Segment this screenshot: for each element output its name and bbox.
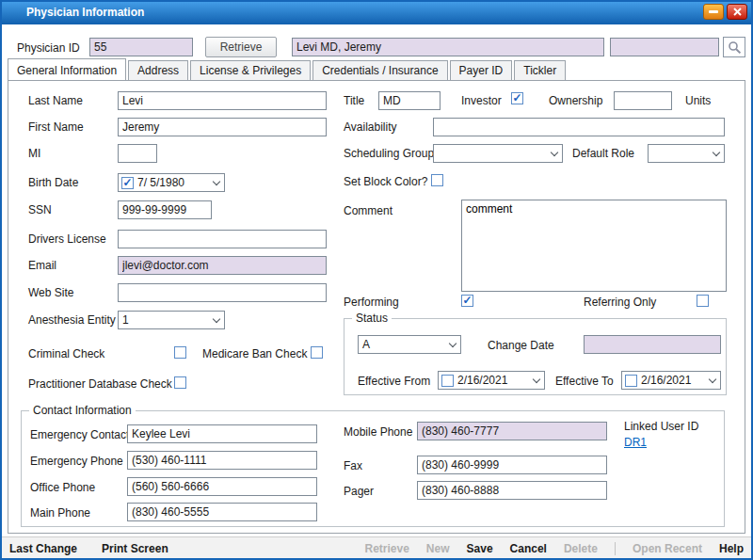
chevron-down-icon [213, 177, 220, 184]
secondary-lookup-field[interactable] [610, 38, 719, 56]
set-block-color-label: Set Block Color? [344, 175, 427, 188]
tab-payer-id[interactable]: Payer ID [450, 60, 513, 80]
title-label: Title [344, 94, 364, 107]
chevron-down-icon [713, 148, 720, 155]
email-label: Email [28, 259, 56, 272]
tab-general-information[interactable]: General Information [8, 58, 126, 80]
change-date-field[interactable] [584, 335, 721, 354]
birth-date-checkbox[interactable] [121, 177, 134, 189]
change-date-label: Change Date [488, 339, 554, 352]
anesthesia-entity-label: Anesthesia Entity [28, 313, 116, 327]
default-role-dropdown[interactable] [648, 144, 725, 163]
tab-address[interactable]: Address [128, 60, 188, 80]
open-recent-button[interactable]: Open Recent [633, 542, 702, 555]
medicare-ban-check-label: Medicare Ban Check [202, 347, 307, 360]
retrieve-footer-button[interactable]: Retrieve [364, 542, 409, 555]
save-button[interactable]: Save [467, 542, 493, 555]
ssn-input[interactable] [118, 200, 212, 219]
office-phone-label: Office Phone [30, 481, 95, 494]
emergency-contact-label: Emergency Contact [30, 428, 129, 441]
main-phone-label: Main Phone [30, 506, 90, 520]
performing-checkbox[interactable] [461, 295, 473, 307]
availability-input[interactable] [433, 118, 725, 136]
effective-from-checkbox[interactable] [441, 375, 454, 387]
mobile-phone-label: Mobile Phone [344, 425, 412, 439]
web-site-input[interactable] [118, 283, 327, 302]
chevron-down-icon [533, 375, 540, 382]
physician-id-input[interactable] [89, 38, 193, 56]
minimize-icon [709, 10, 718, 13]
emergency-phone-input[interactable] [127, 451, 317, 470]
status-group-label: Status [352, 312, 392, 325]
physician-information-window: Physician Information Physician ID Retri… [0, 0, 753, 560]
mi-label: MI [28, 147, 40, 160]
birth-date-value: 7/ 5/1980 [137, 176, 184, 189]
drivers-license-input[interactable] [118, 230, 327, 248]
set-block-color-checkbox[interactable] [431, 174, 443, 186]
anesthesia-entity-value: 1 [122, 313, 129, 327]
mi-input[interactable] [118, 144, 157, 163]
birth-date-picker[interactable]: 7/ 5/1980 [118, 173, 225, 192]
delete-button[interactable]: Delete [564, 542, 598, 555]
close-button[interactable] [727, 4, 747, 20]
last-name-input[interactable] [118, 91, 327, 110]
drivers-license-label: Drivers License [28, 232, 106, 246]
search-icon [728, 40, 742, 55]
ownership-input[interactable] [614, 91, 672, 110]
physician-id-label: Physician ID [17, 41, 80, 55]
first-name-input[interactable] [118, 118, 327, 136]
window-title: Physician Information [26, 6, 144, 19]
help-button[interactable]: Help [719, 542, 744, 555]
effective-from-picker[interactable]: 2/16/2021 [438, 371, 545, 390]
effective-to-picker[interactable]: 2/16/2021 [621, 371, 721, 390]
tab-credentials-insurance[interactable]: Credentials / Insurance [312, 60, 447, 80]
office-phone-input[interactable] [127, 477, 317, 496]
criminal-check-checkbox[interactable] [174, 346, 186, 359]
titlebar: Physician Information [0, 0, 753, 24]
mobile-phone-input[interactable] [417, 422, 607, 440]
scheduling-group-dropdown[interactable] [433, 144, 563, 163]
main-phone-input[interactable] [127, 503, 317, 521]
status-value: A [362, 338, 370, 351]
tab-strip: General Information Address License & Pr… [8, 60, 568, 80]
effective-to-checkbox[interactable] [625, 375, 637, 387]
effective-from-label: Effective From [358, 375, 430, 388]
contact-information-group-label: Contact Information [29, 404, 136, 417]
pager-input[interactable] [417, 481, 607, 500]
linked-user-id-link[interactable]: DR1 [624, 436, 647, 449]
fax-input[interactable] [417, 456, 607, 474]
tab-license-privileges[interactable]: License & Privileges [190, 60, 311, 80]
physician-name-field[interactable] [292, 38, 604, 56]
print-screen-button[interactable]: Print Screen [102, 542, 168, 555]
status-dropdown[interactable]: A [358, 335, 461, 354]
chevron-down-icon [709, 375, 716, 382]
new-button[interactable]: New [426, 542, 450, 555]
referring-only-label: Referring Only [584, 296, 656, 309]
footer-separator [615, 542, 616, 555]
web-site-label: Web Site [28, 286, 73, 299]
first-name-label: First Name [28, 120, 84, 134]
cancel-button[interactable]: Cancel [510, 542, 547, 555]
practitioner-database-check-checkbox[interactable] [174, 376, 186, 389]
birth-date-label: Birth Date [28, 176, 78, 189]
tab-tickler[interactable]: Tickler [514, 60, 566, 80]
medicare-ban-check-checkbox[interactable] [311, 346, 323, 359]
close-icon [733, 8, 742, 16]
emergency-phone-label: Emergency Phone [30, 455, 123, 468]
investor-checkbox[interactable] [511, 92, 523, 104]
comment-textarea[interactable]: comment [461, 200, 727, 292]
last-change-button[interactable]: Last Change [9, 542, 77, 555]
anesthesia-entity-dropdown[interactable]: 1 [118, 311, 225, 329]
retrieve-button[interactable]: Retrieve [205, 37, 277, 57]
minimize-button[interactable] [703, 4, 724, 20]
referring-only-checkbox[interactable] [697, 295, 709, 307]
scheduling-group-label: Scheduling Group [344, 147, 434, 160]
effective-to-label: Effective To [555, 375, 614, 388]
search-button[interactable] [723, 37, 745, 57]
comment-label: Comment [344, 204, 393, 217]
criminal-check-label: Criminal Check [28, 347, 104, 360]
title-input[interactable] [378, 91, 441, 110]
emergency-contact-input[interactable] [127, 424, 317, 443]
chevron-down-icon [551, 148, 558, 155]
email-input[interactable] [118, 256, 327, 275]
